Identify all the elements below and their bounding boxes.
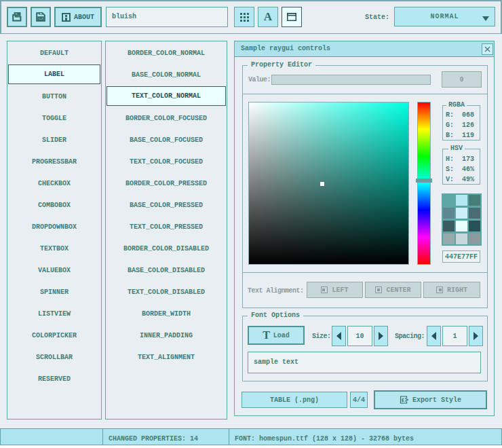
svg-text:E: E (402, 398, 404, 403)
